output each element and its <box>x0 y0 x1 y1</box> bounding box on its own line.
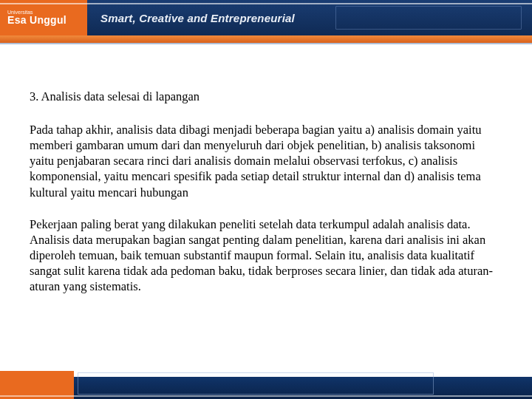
slide-footer <box>0 366 532 399</box>
footer-frame <box>78 372 434 395</box>
blue-thin-line <box>0 43 532 44</box>
footer-white-line <box>0 395 532 397</box>
paragraph-2: Pekerjaan paling berat yang dilakukan pe… <box>30 216 502 295</box>
logo-small-text: Universitas <box>7 10 87 15</box>
logo-block: Universitas Esa Unggul <box>0 0 87 35</box>
header-top-line <box>0 3 532 4</box>
header-frame <box>335 6 522 30</box>
orange-divider <box>0 35 532 43</box>
section-heading: 3. Analisis data selesai di lapangan <box>30 89 502 104</box>
slide-content: 3. Analisis data selesai di lapangan Pad… <box>0 44 532 294</box>
logo-main-text: Esa Unggul <box>7 15 87 26</box>
slide-header: Universitas Esa Unggul Smart, Creative a… <box>0 0 532 35</box>
paragraph-1: Pada tahap akhir, analisis data dibagi m… <box>30 122 502 200</box>
